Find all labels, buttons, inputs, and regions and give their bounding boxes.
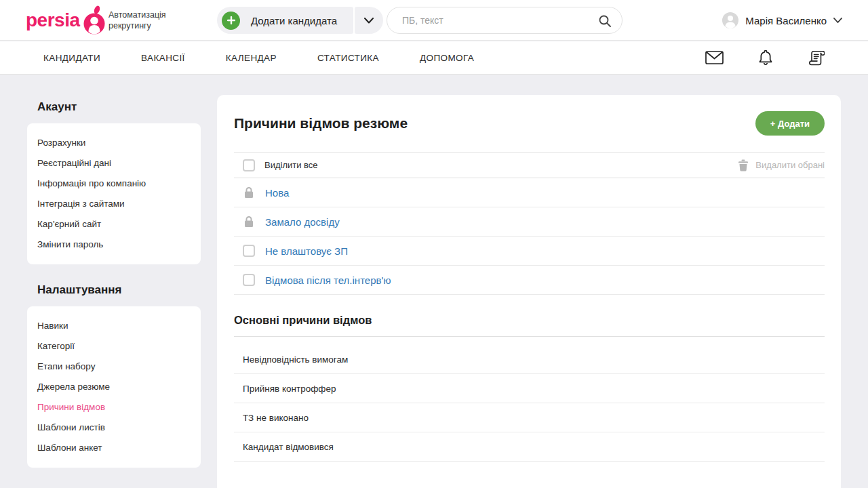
delete-selected-button[interactable]: Видалити обрані [738,159,825,171]
delete-selected-label: Видалити обрані [755,160,825,170]
reason-checkbox[interactable] [243,245,255,257]
section-title-main-reasons: Основні причини відмов [234,295,825,337]
reason-checkbox[interactable] [243,274,255,286]
add-candidate-split-button: Додати кандидата [217,7,383,34]
add-candidate-button[interactable]: Додати кандидата [217,7,353,34]
sidebar-item-rejection-reasons[interactable]: Причини відмов [27,397,201,418]
plus-icon [222,12,240,30]
reason-link[interactable]: Не влаштовує ЗП [265,245,348,257]
search-icon[interactable] [598,14,612,30]
sidebar-item-skills[interactable]: Навики [27,316,201,336]
reason-link[interactable]: Нова [265,187,289,199]
tagline-line1: Автоматизація [108,9,166,20]
nav-icons [705,41,825,74]
sidebar-item-resume-sources[interactable]: Джерела резюме [27,377,201,397]
sidebar-item-hiring-stages[interactable]: Етапи набору [27,357,201,377]
settings-menu-card: Навики Категорії Етапи набору Джерела ре… [27,306,201,468]
sidebar-section-title-settings: Налаштування [27,283,201,297]
lock-icon [243,216,255,228]
rejection-reasons-panel: Причини відмов резюме + Додати Виділити … [217,95,841,488]
select-all-checkbox[interactable] [243,159,255,171]
reason-row: Не влаштовує ЗП [234,237,825,266]
sidebar-item-site-integration[interactable]: Інтеграція з сайтами [27,194,201,214]
account-menu-card: Розрахунки Реєстраційні дані Інформація … [27,123,201,264]
sidebar-section-title-account: Акаунт [27,100,201,114]
add-candidate-dropdown-button[interactable] [355,7,383,34]
sidebar-item-career-site[interactable]: Кар'єрний сайт [27,214,201,235]
app-header: persia Автоматизація рекрутингу Додати к… [0,0,868,41]
reason-row: Відмова після тел.інтерв'ю [234,266,825,295]
chevron-down-icon [833,18,842,23]
sidebar-item-registration-data[interactable]: Реєстраційні дані [27,153,201,174]
search-input[interactable] [387,7,622,33]
list-item: Невідповідність вимогам [234,345,825,374]
sidebar-item-categories[interactable]: Категорії [27,336,201,357]
page-title: Причини відмов резюме [234,115,408,131]
mail-icon[interactable] [705,51,724,64]
scroll-icon[interactable] [808,49,825,66]
user-name: Марія Василенко [745,15,827,26]
reason-row: Нова [234,178,825,207]
panel-header: Причини відмов резюме + Додати [234,95,825,152]
tagline-line2: рекрутингу [108,20,166,31]
chevron-down-icon [364,18,374,24]
lock-icon [243,186,255,199]
list-item: Кандидат відмовився [234,432,825,462]
list-item: ТЗ не виконано [234,403,825,432]
main-reasons-list: Невідповідність вимогам Прийняв контрофф… [234,345,825,462]
reason-link[interactable]: Замало досвіду [265,216,340,228]
list-item: Прийняв контроффер [234,374,825,403]
nav-item-statistics[interactable]: СТАТИСТИКА [317,53,379,63]
settings-sidebar: Акаунт Розрахунки Реєстраційні дані Інфо… [27,95,201,468]
add-reason-button[interactable]: + Додати [755,111,825,136]
bell-icon[interactable] [757,49,774,66]
nav-item-help[interactable]: ДОПОМОГА [420,53,474,63]
add-candidate-label: Додати кандидата [251,15,337,26]
sidebar-item-billing[interactable]: Розрахунки [27,133,201,153]
logo[interactable]: persia [26,0,107,41]
sidebar-item-change-password[interactable]: Змінити пароль [27,235,201,255]
select-all-label: Виділити все [264,160,318,170]
trash-icon [738,159,749,171]
reason-link[interactable]: Відмова після тел.інтерв'ю [265,274,391,286]
sidebar-item-form-templates[interactable]: Шаблони анкет [27,438,201,458]
reason-row: Замало досвіду [234,207,825,237]
sidebar-item-company-info[interactable]: Інформація про компанію [27,174,201,194]
app-tagline: Автоматизація рекрутингу [108,9,166,31]
search-box [387,7,623,34]
nav-item-vacancies[interactable]: ВАКАНСІЇ [141,53,185,63]
select-all-row: Виділити все Видалити обрані [234,152,825,178]
nav-item-candidates[interactable]: КАНДИДАТИ [43,53,100,63]
user-menu[interactable]: Марія Василенко [722,0,842,41]
nav-item-calendar[interactable]: КАЛЕНДАР [226,53,277,63]
main-nav: КАНДИДАТИ ВАКАНСІЇ КАЛЕНДАР СТАТИСТИКА Д… [0,41,868,75]
persia-person-icon [81,5,107,36]
sidebar-item-letter-templates[interactable]: Шаблони листів [27,418,201,438]
avatar [722,12,738,28]
logo-text: persia [26,9,80,31]
